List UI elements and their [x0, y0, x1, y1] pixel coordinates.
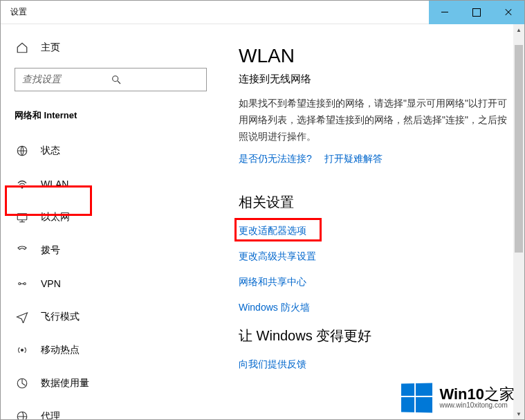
svg-point-8 — [24, 283, 26, 285]
svg-line-1 — [118, 81, 120, 84]
sidebar-section-title: 网络和 Internet — [15, 109, 208, 122]
titlebar: 设置 — [1, 1, 524, 24]
link-still-cannot-connect[interactable]: 是否仍无法连接? — [239, 153, 312, 165]
scroll-down-icon[interactable]: ▼ — [513, 408, 524, 419]
sidebar-item-label: 数据使用量 — [41, 377, 89, 390]
window-title: 设置 — [1, 6, 429, 18]
search-input[interactable]: 查找设置 — [15, 68, 207, 91]
status-icon — [16, 145, 28, 157]
svg-point-12 — [17, 412, 27, 420]
sidebar-item-dialup[interactable]: 拨号 — [15, 235, 208, 266]
link-adv-sharing[interactable]: 更改高级共享设置 — [239, 250, 316, 263]
link-network-center[interactable]: 网络和共享中心 — [239, 276, 306, 289]
svg-point-7 — [19, 283, 21, 285]
svg-rect-4 — [17, 214, 27, 220]
airplane-icon — [16, 311, 28, 323]
sidebar-item-label: 以太网 — [41, 211, 70, 223]
sidebar-item-wlan[interactable]: WLAN — [15, 169, 208, 199]
sidebar-item-label: VPN — [41, 278, 61, 289]
sidebar-item-label: 状态 — [41, 145, 60, 157]
scroll-thumb[interactable] — [515, 45, 523, 253]
sidebar-item-label: 代理 — [41, 410, 60, 420]
scrollbar[interactable]: ▲ ▼ — [513, 24, 524, 419]
body-text: 如果找不到希望连接到的网络，请选择"显示可用网络"以打开可用网络列表，选择希望连… — [239, 95, 508, 145]
dialup-icon — [16, 244, 28, 257]
sidebar: 主页 查找设置 网络和 Internet 状态 WLAN 以太网 — [1, 24, 222, 419]
search-icon — [111, 74, 199, 85]
windows-logo-icon — [401, 383, 432, 412]
svg-point-10 — [21, 349, 24, 351]
vpn-icon — [16, 277, 28, 290]
search-placeholder: 查找设置 — [22, 73, 111, 86]
home-label: 主页 — [41, 42, 60, 54]
related-heading: 相关设置 — [239, 193, 508, 212]
home-icon — [16, 42, 28, 54]
sidebar-item-label: 拨号 — [41, 244, 60, 257]
minimize-button[interactable] — [429, 1, 461, 24]
main: 主页 查找设置 网络和 Internet 状态 WLAN 以太网 — [1, 24, 524, 419]
window-controls — [429, 1, 524, 24]
sidebar-item-vpn[interactable]: VPN — [15, 268, 208, 299]
ethernet-icon — [16, 211, 28, 223]
page-heading: WLAN — [239, 45, 508, 67]
close-button[interactable] — [492, 1, 524, 24]
home-link[interactable]: 主页 — [15, 42, 208, 54]
wifi-icon — [16, 178, 28, 190]
link-firewall[interactable]: Windows 防火墙 — [239, 302, 310, 314]
sidebar-item-label: 飞行模式 — [41, 311, 80, 323]
link-change-adapter[interactable]: 更改适配器选项 — [239, 225, 306, 237]
page-subtitle: 连接到无线网络 — [239, 73, 508, 86]
watermark: Win10之家 www.win10xitong.com — [400, 383, 515, 412]
sidebar-item-label: 移动热点 — [41, 344, 80, 356]
sidebar-item-proxy[interactable]: 代理 — [15, 401, 208, 420]
proxy-icon — [16, 410, 28, 420]
svg-point-3 — [21, 188, 23, 189]
link-feedback[interactable]: 向我们提供反馈 — [239, 358, 306, 371]
scroll-up-icon[interactable]: ▲ — [513, 24, 524, 35]
link-troubleshoot[interactable]: 打开疑难解答 — [324, 153, 383, 165]
sidebar-item-hotspot[interactable]: 移动热点 — [15, 335, 208, 365]
svg-point-0 — [113, 76, 118, 82]
watermark-text: Win10之家 www.win10xitong.com — [439, 387, 515, 409]
hotspot-icon — [16, 344, 28, 356]
sidebar-item-airplane[interactable]: 飞行模式 — [15, 302, 208, 332]
maximize-button[interactable] — [461, 1, 492, 24]
sidebar-item-label: WLAN — [41, 179, 68, 190]
help-links: 是否仍无法连接? 打开疑难解答 — [239, 153, 508, 165]
data-icon — [16, 377, 28, 390]
content-area: WLAN 连接到无线网络 如果找不到希望连接到的网络，请选择"显示可用网络"以打… — [222, 24, 524, 419]
sidebar-item-ethernet[interactable]: 以太网 — [15, 202, 208, 232]
feedback-heading: 让 Windows 变得更好 — [239, 327, 508, 345]
sidebar-item-datausage[interactable]: 数据使用量 — [15, 368, 208, 399]
sidebar-item-status[interactable]: 状态 — [15, 136, 208, 166]
